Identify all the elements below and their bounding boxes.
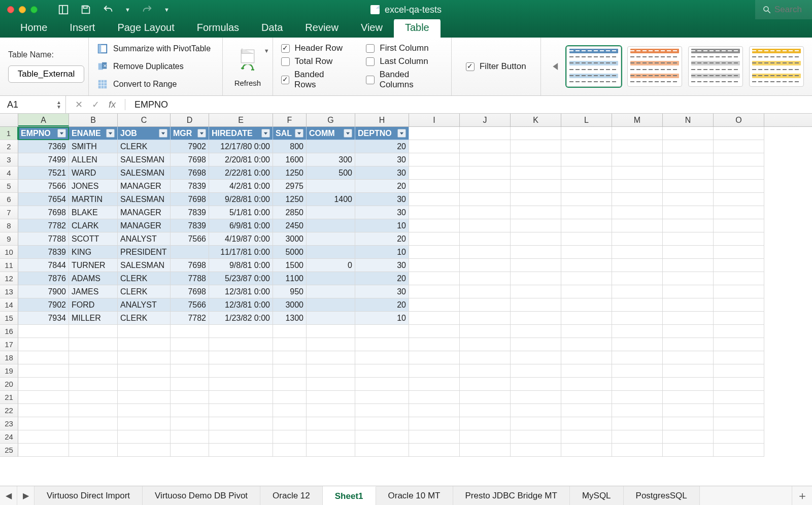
cell[interactable]: 7654 xyxy=(18,193,69,206)
accept-entry-icon[interactable]: ✓ xyxy=(92,99,99,110)
cell[interactable] xyxy=(273,430,307,444)
cell[interactable] xyxy=(409,378,460,391)
cell[interactable] xyxy=(460,246,511,259)
cell[interactable] xyxy=(118,404,171,417)
cell[interactable] xyxy=(209,391,273,404)
cell[interactable] xyxy=(714,180,764,193)
col-header-C[interactable]: C xyxy=(118,114,171,126)
undo-dropdown-icon[interactable]: ▼ xyxy=(125,7,130,13)
cell[interactable] xyxy=(409,140,460,153)
cell[interactable] xyxy=(663,285,714,298)
sheet-nav-next-icon[interactable]: ▶ xyxy=(17,486,35,505)
cell[interactable] xyxy=(409,166,460,180)
cell[interactable] xyxy=(612,338,663,351)
ribbon-tab-insert[interactable]: Insert xyxy=(58,18,106,38)
cell[interactable] xyxy=(561,444,612,457)
sheet-tab-sheet1[interactable]: Sheet1 xyxy=(323,486,376,505)
search-input[interactable] xyxy=(774,5,805,15)
summarize-pivottable-button[interactable]: Summarize with PivotTable xyxy=(97,42,214,56)
cell[interactable]: 12/17/80 0:00 xyxy=(209,140,273,153)
cell[interactable] xyxy=(307,312,355,325)
cell[interactable]: 7902 xyxy=(171,140,209,153)
row-header[interactable]: 11 xyxy=(0,259,18,272)
cell[interactable] xyxy=(460,285,511,298)
cell[interactable] xyxy=(511,140,561,153)
cell[interactable] xyxy=(460,153,511,166)
cell[interactable] xyxy=(409,417,460,430)
cell[interactable] xyxy=(663,364,714,378)
cell[interactable] xyxy=(511,338,561,351)
cell[interactable] xyxy=(307,140,355,153)
cell[interactable] xyxy=(511,378,561,391)
row-header[interactable]: 23 xyxy=(0,417,18,430)
cell[interactable] xyxy=(511,404,561,417)
cell[interactable] xyxy=(612,391,663,404)
cell[interactable] xyxy=(307,391,355,404)
cell[interactable] xyxy=(409,404,460,417)
cell[interactable] xyxy=(307,325,355,338)
cell[interactable] xyxy=(409,206,460,219)
row-header[interactable]: 14 xyxy=(0,298,18,312)
cell[interactable] xyxy=(714,338,764,351)
cell[interactable]: 1/23/82 0:00 xyxy=(209,312,273,325)
col-header-B[interactable]: B xyxy=(69,114,118,126)
cell[interactable] xyxy=(561,206,612,219)
cell[interactable] xyxy=(273,351,307,364)
cell[interactable] xyxy=(307,272,355,285)
col-header-N[interactable]: N xyxy=(663,114,714,126)
cell[interactable] xyxy=(460,180,511,193)
cell[interactable] xyxy=(171,430,209,444)
cell[interactable] xyxy=(561,364,612,378)
cell[interactable] xyxy=(18,417,69,430)
cell[interactable] xyxy=(511,166,561,180)
table-name-input[interactable] xyxy=(8,65,84,83)
cell[interactable]: 6/9/81 0:00 xyxy=(209,219,273,232)
cell[interactable] xyxy=(460,219,511,232)
cell[interactable] xyxy=(18,338,69,351)
undo-icon[interactable] xyxy=(103,4,114,15)
row-header[interactable]: 22 xyxy=(0,404,18,417)
window-zoom-button[interactable] xyxy=(30,6,38,13)
cell[interactable] xyxy=(714,219,764,232)
cell[interactable] xyxy=(714,364,764,378)
cell[interactable] xyxy=(663,206,714,219)
cell[interactable] xyxy=(273,391,307,404)
table-style-0[interactable] xyxy=(566,46,621,87)
cell[interactable] xyxy=(460,193,511,206)
cell[interactable] xyxy=(18,391,69,404)
cell[interactable] xyxy=(18,325,69,338)
row-header[interactable]: 10 xyxy=(0,246,18,259)
cell[interactable] xyxy=(171,378,209,391)
cell[interactable]: 7839 xyxy=(171,206,209,219)
cell[interactable] xyxy=(273,444,307,457)
cell[interactable] xyxy=(561,338,612,351)
cell[interactable] xyxy=(511,180,561,193)
cell[interactable]: CLERK xyxy=(118,285,171,298)
cell[interactable] xyxy=(663,246,714,259)
cell[interactable] xyxy=(307,206,355,219)
cell[interactable] xyxy=(714,127,764,140)
cell[interactable]: 7876 xyxy=(18,272,69,285)
row-header[interactable]: 25 xyxy=(0,444,18,457)
cell[interactable] xyxy=(714,232,764,246)
refresh-button[interactable] xyxy=(238,46,258,66)
cell[interactable] xyxy=(409,312,460,325)
cell[interactable]: 950 xyxy=(273,285,307,298)
cell[interactable] xyxy=(612,206,663,219)
cell[interactable] xyxy=(409,430,460,444)
cell[interactable] xyxy=(69,378,118,391)
cell[interactable] xyxy=(118,430,171,444)
cell[interactable]: 4/2/81 0:00 xyxy=(209,180,273,193)
cell[interactable] xyxy=(69,444,118,457)
cell[interactable]: TURNER xyxy=(69,259,118,272)
cell[interactable] xyxy=(355,430,409,444)
cell[interactable] xyxy=(409,272,460,285)
cell[interactable] xyxy=(307,351,355,364)
row-header[interactable]: 24 xyxy=(0,430,18,444)
cell[interactable] xyxy=(612,312,663,325)
cell[interactable] xyxy=(409,193,460,206)
cell[interactable]: 2/22/81 0:00 xyxy=(209,166,273,180)
cell[interactable]: 7839 xyxy=(18,246,69,259)
cell[interactable] xyxy=(612,166,663,180)
cell[interactable] xyxy=(663,404,714,417)
